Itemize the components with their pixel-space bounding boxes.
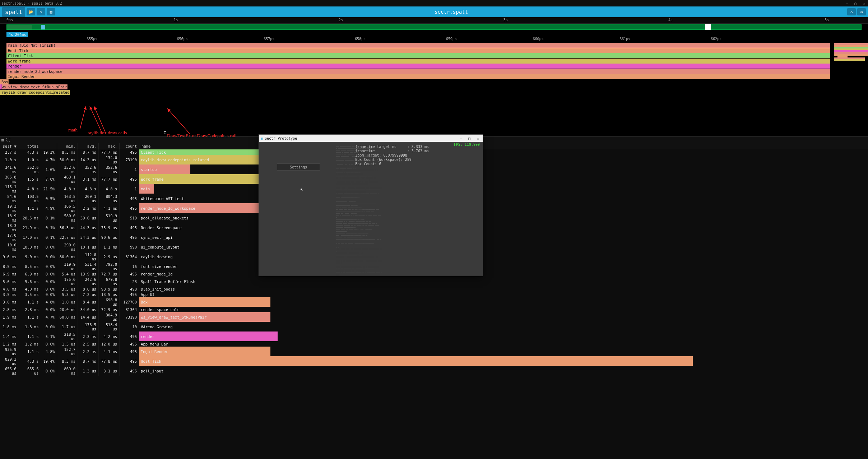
ruler-dtick: 655µs [87,37,97,41]
subwindow-body: FPS: 119.999 frametime_target_ms : 8.333… [259,142,483,276]
flame-span[interactable]: main (Did Not Finish) [6,43,830,48]
maximize-icon[interactable]: ▢ [853,1,858,5]
close-icon[interactable]: ✕ [862,1,867,5]
settings-button[interactable]: Settings [277,163,320,171]
ruler-tick: 4s [668,18,673,22]
flame-span[interactable]: render_mode_2d_workspace [6,69,830,74]
ruler-tick: 0ns [6,18,13,22]
col-pct[interactable] [41,143,57,149]
subwindow-titlebar[interactable]: ▧ Sectr Prototype — □ ✕ [259,135,483,142]
sectr-prototype-window[interactable]: ▧ Sectr Prototype — □ ✕ FPS: 119.999 fra… [259,134,483,276]
ruler-tick: 3s [503,18,508,22]
ruler-dtick: 659µs [446,37,457,41]
col-max[interactable]: max. [99,143,120,149]
loaded-filename: sectr.spall [435,9,468,15]
sub-minimize-icon[interactable]: — [458,136,463,140]
ruler-dtick: 660µs [533,37,543,41]
flame-span[interactable]: Work frame [6,59,830,64]
flame-span[interactable]: raylib draw codepoints… [0,90,54,95]
table-row[interactable]: 1.2 ms1.2 ms0.0%1.3 us2.5 us12.0 us495Ap… [0,341,868,347]
app-brand[interactable]: spall [2,7,25,17]
flame-span[interactable]: Client Tick [6,53,830,58]
app-toolbar: spall 📂 ✎ ▥ sectr.spall ⌂ ⚙ [0,6,868,17]
ruler-dtick: 657µs [264,37,274,41]
flame-span[interactable]: Box [0,79,9,84]
main-pane: 0ns 1s 2s 3s 4s 5s 4s 264ms 655µs 656µs … [0,17,868,459]
tool-config-icon[interactable]: ✎ [37,8,45,15]
col-avg[interactable]: avg. [78,143,99,149]
time-badge: 4s 264ms [6,32,28,37]
os-titlebar: sectr.spall - spall beta 0.2 — ▢ ✕ [0,0,868,6]
home-icon[interactable]: ⌂ [847,8,856,15]
table-row[interactable]: 655.6 us655.6 us0.0%869.0 ns1.3 us3.1 us… [0,366,868,376]
ruler-seconds[interactable]: 0ns 1s 2s 3s 4s 5s [0,17,868,24]
table-row[interactable]: 3.0 ms1.1 s4.8%1.0 us8.4 us698.8 us12776… [0,297,868,307]
col-name[interactable]: name [139,143,868,149]
flame-span[interactable]: render [6,64,830,69]
grid-view-icon[interactable]: ▦ [1,138,4,142]
table-row[interactable]: 1.8 ms1.8 ms0.0%1.7 us176.5 us518.4 us10… [0,322,868,332]
os-title: sectr.spall - spall beta 0.2 [1,1,62,5]
col-min[interactable]: min. [57,143,78,149]
overview-bar[interactable] [6,24,862,30]
ruler-dtick: 656µs [177,37,188,41]
table-row[interactable]: 4.0 ms4.0 ms0.0%3.5 us8.0 us98.9 us498sl… [0,286,868,292]
ruler-dtick: 658µs [355,37,366,41]
table-row[interactable]: 5.6 ms5.6 ms0.0%175.0 us242.6 us679.8 us… [0,277,868,286]
mouse-cursor-icon: ↖ [300,186,303,192]
table-row[interactable]: 829.2 us4.3 s19.4%8.3 ms8.7 ms77.8 ms495… [0,356,868,366]
table-row[interactable]: 1.4 ms1.1 s5.1%218.5 us2.3 ms4.2 ms495re… [0,332,868,341]
table-row[interactable]: 1.9 ms1.1 s4.7%60.0 ns14.4 us304.9 us731… [0,312,868,322]
ruler-detail[interactable]: 655µs 656µs 657µs 658µs 659µs 660µs 661µ… [0,37,868,43]
ruler-tick: 2s [339,18,343,22]
sub-close-icon[interactable]: ✕ [475,136,481,140]
minimize-icon[interactable]: — [844,1,849,5]
col-count[interactable]: count [120,143,139,149]
table-row[interactable]: 3.5 ms3.5 ms0.0%5.3 us7.2 us13.5 us495Ap… [0,292,868,297]
flame-span[interactable]: ws_view_draw_text_StRun… [0,84,56,89]
open-file-icon[interactable]: 📂 [27,8,35,15]
col-self[interactable]: self ▼ [0,143,19,149]
flame-graph[interactable]: main (Did Not Finish)Host TickClient Tic… [0,43,868,136]
subwindow-title-text: Sectr Prototype [265,136,297,140]
col-total[interactable]: total [19,143,41,149]
mini-map[interactable] [834,43,868,72]
expand-icon[interactable]: ⛶ [6,138,10,142]
fps-readout: FPS: 119.999 [454,143,480,147]
flame-sliver[interactable] [0,84,2,89]
sub-maximize-icon[interactable]: □ [467,136,472,140]
ruler-dtick: 662µs [711,37,721,41]
subwindow-icon: ▧ [261,136,263,140]
ruler-tick: 5s [825,18,829,22]
table-row[interactable]: 935.9 us1.1 s4.8%152.7 us2.2 ms4.1 ms495… [0,347,868,356]
ruler-dtick: 661µs [619,37,630,41]
table-row[interactable]: 2.8 ms2.8 ms0.0%20.0 ns34.0 ns72.9 us813… [0,307,868,312]
ruler-tick: 1s [173,18,178,22]
chart-icon[interactable]: ▥ [47,8,55,15]
gear-icon[interactable]: ⚙ [857,8,866,15]
flame-span[interactable]: Host Tick [6,48,830,53]
sample-text-block: ——— ——————————— —— —— —— — —————————————… [336,145,383,276]
flame-span[interactable]: Imgui Render [6,74,830,79]
